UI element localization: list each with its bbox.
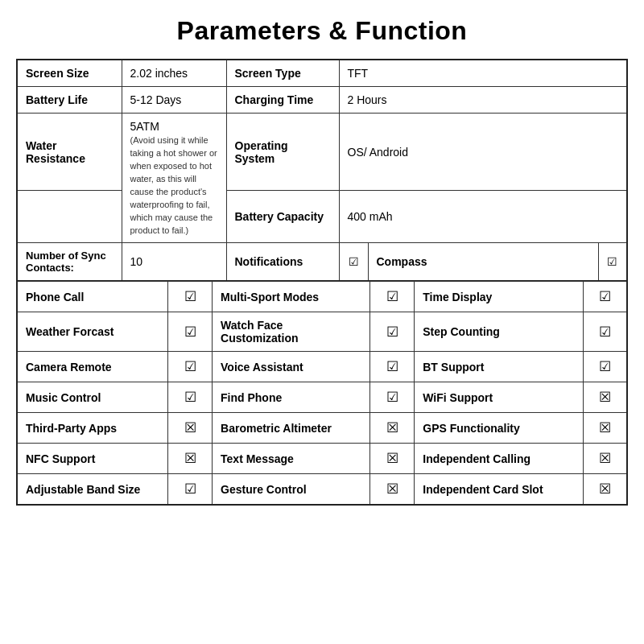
mid-check-0: ☑ (370, 282, 415, 312)
mid-label-0: Multi-Sport Modes (213, 282, 370, 312)
notifications-label: Notifications (226, 243, 339, 282)
right-check-1: ☑ (583, 312, 627, 352)
right-check-3: ☒ (583, 382, 627, 413)
battery-capacity-value: 400 mAh (339, 191, 627, 243)
page-title: Parameters & Function (16, 16, 628, 46)
screen-size-label: Screen Size (17, 60, 122, 87)
left-check-3: ☑ (168, 382, 213, 413)
right-label-4: GPS Functionality (415, 413, 583, 444)
water-resistance-label: Water Resistance (17, 114, 122, 191)
right-label-3: WiFi Support (415, 382, 583, 413)
left-label-5: NFC Support (17, 444, 168, 474)
compass-check: ☑ (598, 243, 627, 282)
os-value: OS/ Android (339, 114, 627, 191)
right-label-2: BT Support (415, 352, 583, 382)
battery-life-value: 5-12 Days (122, 87, 226, 114)
right-label-0: Time Display (415, 282, 583, 312)
feature-row-4: Third-Party Apps ☒ Barometric Altimeter … (17, 413, 627, 444)
mid-label-5: Text Message (213, 444, 370, 474)
screen-type-label: Screen Type (226, 60, 339, 87)
mid-check-6: ☒ (370, 474, 415, 506)
mid-label-3: Find Phone (213, 382, 370, 413)
notifications-check: ☑ (339, 243, 368, 282)
left-label-3: Music Control (17, 382, 168, 413)
mid-label-1: Watch Face Customization (213, 312, 370, 352)
left-check-1: ☑ (168, 312, 213, 352)
compass-label: Compass (368, 243, 598, 282)
right-check-5: ☒ (583, 444, 627, 474)
battery-life-label: Battery Life (17, 87, 122, 114)
mid-check-3: ☑ (370, 382, 415, 413)
mid-label-2: Voice Assistant (213, 352, 370, 382)
feature-row-6: Adjustable Band Size ☑ Gesture Control ☒… (17, 474, 627, 506)
right-check-2: ☑ (583, 352, 627, 382)
right-check-6: ☒ (583, 474, 627, 506)
features-table: Phone Call ☑ Multi-Sport Modes ☑ Time Di… (16, 281, 628, 506)
charging-time-value: 2 Hours (339, 87, 627, 114)
right-check-4: ☒ (583, 413, 627, 444)
os-label: Operating System (226, 114, 339, 191)
sync-contacts-label: Number of Sync Contacts: (17, 243, 122, 282)
right-label-5: Independent Calling (415, 444, 583, 474)
left-label-4: Third-Party Apps (17, 413, 168, 444)
row-water-os: Water Resistance 5ATM (Avoid using it wh… (17, 114, 627, 191)
battery-capacity-label: Battery Capacity (226, 191, 339, 243)
left-check-0: ☑ (168, 282, 213, 312)
row-battery: Battery Life 5-12 Days Charging Time 2 H… (17, 87, 627, 114)
left-label-1: Weather Forcast (17, 312, 168, 352)
water-resistance-note: (Avoid using it while taking a hot showe… (130, 135, 217, 235)
left-check-2: ☑ (168, 352, 213, 382)
feature-row-5: NFC Support ☒ Text Message ☒ Independent… (17, 444, 627, 474)
screen-size-value: 2.02 inches (122, 60, 226, 87)
charging-time-label: Charging Time (226, 87, 339, 114)
left-check-5: ☒ (168, 444, 213, 474)
feature-row-0: Phone Call ☑ Multi-Sport Modes ☑ Time Di… (17, 282, 627, 312)
mid-label-4: Barometric Altimeter (213, 413, 370, 444)
left-label-0: Phone Call (17, 282, 168, 312)
water-resistance-value: 5ATM (Avoid using it while taking a hot … (122, 114, 226, 243)
row-sync-notifications: Number of Sync Contacts: 10 Notification… (17, 243, 627, 282)
feature-row-2: Camera Remote ☑ Voice Assistant ☑ BT Sup… (17, 352, 627, 382)
left-check-4: ☒ (168, 413, 213, 444)
mid-check-5: ☒ (370, 444, 415, 474)
row-screen: Screen Size 2.02 inches Screen Type TFT (17, 60, 627, 87)
feature-row-1: Weather Forcast ☑ Watch Face Customizati… (17, 312, 627, 352)
left-label-2: Camera Remote (17, 352, 168, 382)
mid-check-4: ☒ (370, 413, 415, 444)
mid-check-1: ☑ (370, 312, 415, 352)
mid-check-2: ☑ (370, 352, 415, 382)
mid-label-6: Gesture Control (213, 474, 370, 506)
right-label-1: Step Counting (415, 312, 583, 352)
right-check-0: ☑ (583, 282, 627, 312)
left-label-6: Adjustable Band Size (17, 474, 168, 506)
right-label-6: Independent Card Slot (415, 474, 583, 506)
row-battery-capacity: Battery Capacity 400 mAh (17, 191, 627, 243)
sync-contacts-value: 10 (122, 243, 226, 282)
feature-row-3: Music Control ☑ Find Phone ☑ WiFi Suppor… (17, 382, 627, 413)
left-check-6: ☑ (168, 474, 213, 506)
parameters-table: Screen Size 2.02 inches Screen Type TFT … (16, 59, 628, 282)
screen-type-value: TFT (339, 60, 627, 87)
